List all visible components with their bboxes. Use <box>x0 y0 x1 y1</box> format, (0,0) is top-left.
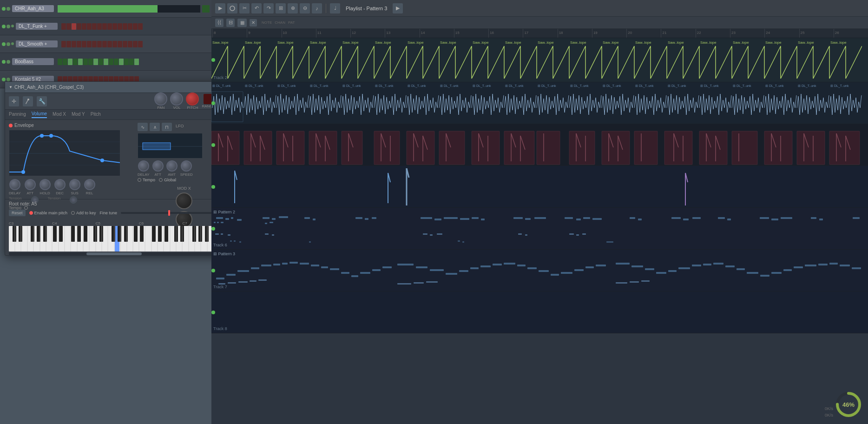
track2-content[interactable]: Saw..lope Saw..lope Saw..lope Saw..lope … <box>211 38 868 82</box>
step[interactable] <box>109 59 113 65</box>
mod-x-knob[interactable] <box>176 192 192 209</box>
step[interactable] <box>82 23 86 30</box>
track-enable-dot[interactable] <box>2 42 6 46</box>
step[interactable] <box>118 23 122 30</box>
shape-square[interactable]: ⊓ <box>162 123 172 131</box>
track-mute-dot[interactable] <box>7 42 10 46</box>
hold-knob[interactable] <box>39 179 51 190</box>
step[interactable] <box>78 59 83 65</box>
step[interactable] <box>63 59 67 65</box>
step[interactable] <box>92 23 97 30</box>
step[interactable] <box>87 41 92 47</box>
step[interactable] <box>104 59 108 65</box>
wrench-tool[interactable]: 🔧 <box>37 96 47 106</box>
step[interactable] <box>93 59 98 65</box>
snap-tool[interactable]: ⊟ <box>226 19 235 27</box>
metronome-tool[interactable]: ♩ <box>330 3 340 13</box>
track-solo-dot[interactable] <box>11 42 14 45</box>
step[interactable] <box>97 23 102 30</box>
piano-keyboard[interactable]: /* keys drawn below */ <box>9 226 230 252</box>
track4-content[interactable] <box>211 124 868 166</box>
tempo-radio[interactable] <box>24 206 28 210</box>
step[interactable] <box>138 23 143 30</box>
step[interactable] <box>124 59 129 65</box>
tempo-radio-circle[interactable] <box>138 178 141 182</box>
track5-content[interactable] <box>211 166 868 207</box>
track7-content[interactable]: ⊞ Pattern 3 <box>211 250 868 291</box>
step[interactable] <box>88 59 93 65</box>
redo-tool[interactable]: ↷ <box>263 3 274 13</box>
track-mute-dot[interactable] <box>7 78 10 81</box>
track-name[interactable]: DL_T_Funk + <box>16 23 58 30</box>
step[interactable] <box>92 41 97 47</box>
step[interactable] <box>66 23 71 30</box>
track-name[interactable]: BooBass <box>12 58 54 65</box>
step[interactable] <box>128 23 132 30</box>
track-enable-dot[interactable] <box>2 7 6 11</box>
shape-sine[interactable]: ∿ <box>138 123 148 131</box>
dec-knob[interactable] <box>54 179 66 190</box>
track-enable-dot[interactable] <box>2 25 6 28</box>
step[interactable] <box>72 23 76 30</box>
piano-scrollbar[interactable] <box>9 252 230 255</box>
rel-knob[interactable] <box>84 179 95 190</box>
lfo-delay-knob[interactable] <box>138 160 149 172</box>
track-mute-dot[interactable] <box>7 25 10 28</box>
track6-content[interactable]: ⊞ Pattern 2 <box>211 208 868 249</box>
track-name[interactable]: DL_Smooth + <box>16 40 58 47</box>
track8-content[interactable] <box>211 292 868 333</box>
draw-tool[interactable] <box>23 96 33 106</box>
step[interactable] <box>119 59 124 65</box>
step[interactable] <box>97 41 102 47</box>
zoom-out-tool[interactable]: ⊖ <box>300 3 310 13</box>
fine-tune-slider[interactable] <box>121 212 217 214</box>
reset-button[interactable]: Reset <box>9 210 26 216</box>
step[interactable] <box>99 59 103 65</box>
tension-knob-2[interactable] <box>70 196 77 204</box>
step[interactable] <box>107 23 112 30</box>
att-knob[interactable] <box>25 179 36 190</box>
pan-knob[interactable] <box>154 93 167 106</box>
step[interactable] <box>138 41 143 47</box>
global-radio-circle[interactable] <box>159 178 163 182</box>
lfo-amt-knob[interactable] <box>166 160 178 172</box>
step[interactable] <box>87 23 92 30</box>
speaker-tool[interactable]: ♪ <box>312 3 322 13</box>
envelope-canvas[interactable] <box>9 130 120 176</box>
step[interactable] <box>73 59 78 65</box>
track-mute-dot[interactable] <box>7 7 10 11</box>
track-enable-dot[interactable] <box>2 78 6 81</box>
track-name[interactable]: CHR_Aah_A3 <box>12 5 54 12</box>
step[interactable] <box>112 41 117 47</box>
undo-tool[interactable]: ↶ <box>251 3 262 13</box>
zoom-in-tool[interactable]: ⊕ <box>288 3 298 13</box>
track-enable-dot[interactable] <box>2 60 6 64</box>
playlist-tool-6[interactable]: ⊞ <box>276 3 286 13</box>
step[interactable] <box>102 23 107 30</box>
step[interactable] <box>133 23 138 30</box>
step[interactable] <box>123 23 127 30</box>
tab-volume[interactable]: Volume <box>32 111 47 118</box>
playlist-tool-2[interactable] <box>227 3 237 13</box>
step[interactable] <box>112 23 117 30</box>
playlist-settings[interactable]: ▶ <box>393 3 403 13</box>
step[interactable] <box>107 41 112 47</box>
step[interactable] <box>58 59 62 65</box>
scissors-tool[interactable]: ✂ <box>239 3 250 13</box>
step[interactable] <box>66 41 71 47</box>
tab-mody[interactable]: Mod Y <box>72 112 85 118</box>
step[interactable] <box>102 41 107 47</box>
step[interactable] <box>133 41 138 47</box>
lfo-att-knob[interactable] <box>152 160 164 172</box>
step[interactable] <box>129 59 134 65</box>
step[interactable] <box>118 41 122 47</box>
step[interactable] <box>82 41 86 47</box>
play-button[interactable]: ▶ <box>215 3 225 13</box>
tab-pitch[interactable]: Pitch <box>91 112 101 118</box>
close-tool[interactable]: ✕ <box>250 19 257 26</box>
lfo-canvas[interactable] <box>138 133 203 159</box>
step[interactable] <box>114 59 118 65</box>
step[interactable] <box>61 23 66 30</box>
step[interactable] <box>83 59 88 65</box>
shape-triangle[interactable]: ∧ <box>150 123 160 131</box>
